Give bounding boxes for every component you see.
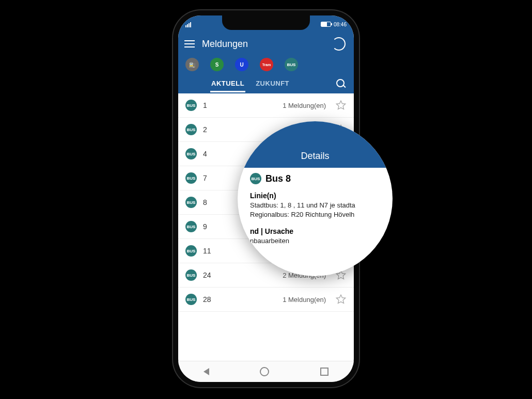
detail-lines-heading: Linie(n) (250, 191, 380, 200)
favorite-star-icon[interactable] (335, 100, 347, 111)
list-item[interactable]: BUS11 Meldung(en) (178, 93, 354, 118)
detail-lines-text-2: Regionalbus: R20 Richtung Hövelh (250, 210, 380, 219)
favorite-star-icon[interactable] (335, 294, 347, 305)
bus-icon: BUS (185, 100, 197, 111)
bus-icon: BUS (185, 124, 197, 135)
detail-lines-text-1: Stadtbus: 1, 8 , 11 und N7 je stadta (250, 201, 380, 210)
refresh-icon[interactable] (332, 37, 346, 51)
nav-recent[interactable] (320, 368, 328, 376)
filter-bus[interactable]: BUS (285, 58, 298, 71)
status-time: 08:46 (334, 22, 347, 27)
detail-magnifier: Details BUS Bus 8 Linie(n) Stadtbus: 1, … (238, 121, 393, 276)
line-number: 28 (203, 295, 216, 304)
search-icon[interactable] (336, 79, 346, 88)
tab-future[interactable]: ZUKUNFT (255, 76, 290, 90)
bus-icon: BUS (185, 294, 197, 305)
message-count: 1 Meldung(en) (223, 102, 329, 109)
bus-icon: BUS (185, 269, 197, 281)
tab-current[interactable]: AKTUELL (210, 76, 245, 90)
page-title: Meldungen (202, 39, 325, 50)
filter-train[interactable]: 🚉 (185, 58, 199, 71)
line-number: 8 (203, 198, 216, 206)
android-navbar (178, 361, 354, 382)
tab-bar: AKTUELL ZUKUNFT (178, 76, 354, 93)
bus-icon: BUS (185, 197, 197, 208)
transport-filters: 🚉 S U Tram BUS (178, 56, 354, 76)
bus-icon: BUS (185, 221, 197, 232)
line-number: 24 (203, 271, 216, 279)
phone-notch (222, 15, 310, 30)
line-number: 4 (203, 150, 216, 158)
app-header: Meldungen 🚉 S U Tram BUS AKTUELL ZUKUNFT (178, 33, 354, 93)
nav-back[interactable] (204, 368, 209, 375)
line-number: 2 (203, 125, 216, 134)
list-item[interactable]: BUS281 Meldung(en) (178, 288, 354, 312)
detail-cause-text: nbauarbeiten (250, 236, 380, 246)
line-number: 7 (203, 174, 216, 182)
filter-sbahn[interactable]: S (210, 58, 224, 71)
bus-icon: BUS (185, 245, 197, 257)
detail-title: Bus 8 (265, 173, 291, 184)
bus-icon: BUS (250, 173, 261, 184)
detail-title-row: BUS Bus 8 (250, 173, 380, 184)
menu-icon[interactable] (184, 40, 195, 47)
detail-cause-heading: nd | Ursache (250, 227, 380, 235)
filter-ubahn[interactable]: U (235, 58, 248, 71)
message-count: 1 Meldung(en) (223, 296, 329, 304)
signal-icon (185, 22, 192, 27)
battery-icon (321, 22, 331, 27)
line-number: 9 (203, 222, 216, 231)
filter-tram[interactable]: Tram (260, 58, 273, 71)
bus-icon: BUS (185, 172, 197, 184)
line-number: 1 (203, 101, 216, 109)
line-number: 11 (203, 247, 216, 255)
nav-home[interactable] (260, 367, 269, 376)
bus-icon: BUS (185, 148, 197, 159)
